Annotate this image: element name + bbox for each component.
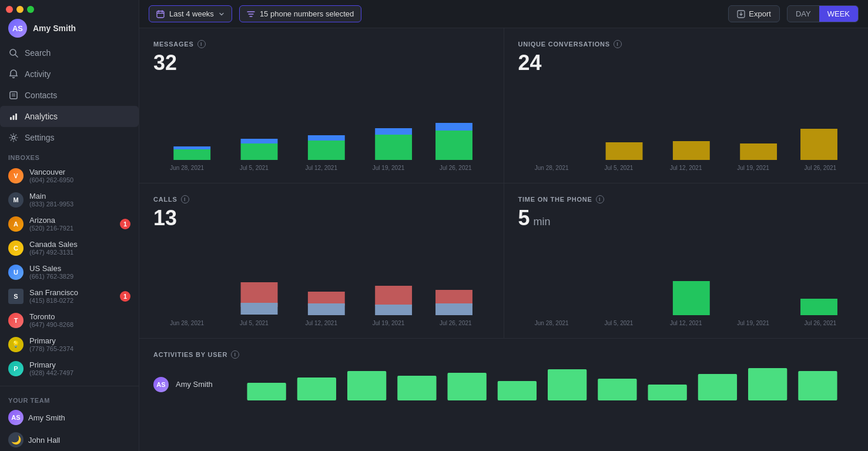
sidebar-item-activity[interactable]: Activity [0, 64, 139, 85]
messages-label-jul5: Jul 5, 2021 [220, 165, 287, 171]
inbox-number-arizona: (520) 216-7921 [29, 225, 114, 232]
bell-icon [8, 69, 19, 79]
your-team-label: Your team [0, 391, 139, 406]
top-bar: Last 4 weeks 15 phone numbers selected E… [139, 0, 868, 28]
analytics-icon [8, 111, 19, 122]
messages-label-jul26: Jul 26, 2021 [422, 165, 489, 171]
search-icon [8, 48, 19, 58]
inbox-arizona[interactable]: A Arizona (520) 216-7921 1 [0, 212, 139, 236]
inbox-toronto[interactable]: T Toronto (647) 490-8268 [0, 308, 139, 332]
export-label: Export [749, 9, 771, 18]
inbox-name-us: US Sales [29, 264, 130, 273]
svg-rect-31 [308, 303, 345, 315]
dashboard: MESSAGES i 32 [139, 28, 868, 451]
date-filter-button[interactable]: Last 4 weeks [149, 5, 232, 22]
sidebar-item-settings-label: Settings [25, 133, 55, 142]
inbox-name-sf: San Francisco [29, 288, 114, 297]
calls-card: CALLS i 13 [139, 183, 504, 338]
svg-rect-16 [241, 143, 278, 160]
svg-rect-32 [375, 286, 412, 306]
export-button[interactable]: Export [728, 5, 780, 22]
svg-rect-49 [798, 371, 837, 400]
inbox-us-sales[interactable]: U US Sales (661) 762-3829 [0, 260, 139, 284]
view-toggle: DAY WEEK [787, 5, 859, 22]
inbox-primary2[interactable]: P Primary (928) 442-7497 [0, 356, 139, 380]
inbox-vancouver[interactable]: V Vancouver (604) 262-6950 [0, 163, 139, 188]
svg-rect-24 [605, 142, 642, 160]
messages-info-icon[interactable]: i [197, 40, 206, 48]
inboxes-label: Inboxes [0, 148, 139, 163]
svg-rect-46 [648, 385, 687, 400]
inbox-avatar-vancouver: V [8, 168, 24, 183]
activity-user-name: Amy Smith [176, 380, 234, 389]
maximize-button[interactable] [27, 6, 34, 13]
time-phone-label-jul19: Jul 19, 2021 [719, 320, 786, 326]
calls-info-icon[interactable]: i [181, 195, 189, 203]
svg-rect-38 [247, 383, 286, 400]
sidebar-item-search[interactable]: Search [0, 42, 139, 64]
inbox-san-francisco[interactable]: S San Francisco (415) 818-0272 1 [0, 284, 139, 308]
inbox-number-primary1: (778) 765-2374 [29, 345, 130, 352]
messages-label-jul12: Jul 12, 2021 [288, 165, 355, 171]
svg-rect-40 [347, 371, 386, 400]
user-section[interactable]: AS Amy Smith [0, 14, 139, 42]
svg-rect-26 [740, 143, 777, 160]
inbox-name-toronto: Toronto [29, 312, 130, 321]
unique-conv-label-jul12: Jul 12, 2021 [652, 165, 719, 171]
calendar-icon [156, 10, 165, 18]
unique-conv-value: 24 [518, 51, 854, 75]
close-button[interactable] [6, 6, 13, 13]
inbox-badge-arizona: 1 [120, 219, 130, 229]
calls-label: CALLS [153, 196, 177, 203]
inbox-main[interactable]: M Main (833) 281-9953 [0, 188, 139, 212]
minimize-button[interactable] [16, 6, 24, 13]
traffic-lights [6, 6, 34, 13]
team-avatar-amy: AS [8, 410, 24, 425]
messages-chart: Jun 28, 2021 Jul 5, 2021 Jul 12, 2021 Ju… [153, 82, 490, 171]
unique-conv-label-jul19: Jul 19, 2021 [719, 165, 786, 171]
messages-card: MESSAGES i 32 [139, 28, 504, 183]
calls-chart-labels: Jun 28, 2021 Jul 5, 2021 Jul 12, 2021 Ju… [153, 320, 490, 326]
team-user-amy[interactable]: AS Amy Smith [0, 406, 139, 429]
time-phone-chart-labels: Jun 28, 2021 Jul 5, 2021 Jul 12, 2021 Ju… [518, 320, 854, 326]
filter-icon [247, 10, 255, 18]
window-controls [0, 0, 139, 12]
calls-chart: Jun 28, 2021 Jul 5, 2021 Jul 12, 2021 Ju… [153, 238, 490, 326]
svg-rect-19 [308, 135, 345, 141]
your-team-section: Your team AS Amy Smith 🌙 John Hall [0, 386, 139, 451]
day-view-button[interactable]: DAY [787, 6, 819, 22]
inbox-primary1[interactable]: 💡 Primary (778) 765-2374 [0, 332, 139, 356]
activities-info-icon[interactable]: i [231, 350, 239, 359]
time-phone-label-jul5: Jul 5, 2021 [585, 320, 652, 326]
time-phone-info-icon[interactable]: i [596, 195, 604, 203]
user-name: Amy Smith [33, 24, 76, 33]
unique-conversations-card: UNIQUE CONVERSATIONS i 24 Jun 28, 20 [504, 28, 869, 183]
svg-rect-43 [498, 381, 537, 400]
sidebar-item-contacts[interactable]: Contacts [0, 85, 139, 106]
svg-rect-2 [10, 92, 17, 99]
svg-rect-23 [435, 123, 472, 131]
week-view-button[interactable]: WEEK [819, 6, 858, 22]
inbox-avatar-primary2: P [8, 361, 24, 376]
inbox-canada-sales[interactable]: C Canada Sales (647) 492-3131 [0, 236, 139, 260]
date-filter-label: Last 4 weeks [169, 9, 214, 18]
svg-rect-42 [447, 373, 486, 400]
svg-rect-29 [241, 303, 278, 315]
inbox-number-us: (661) 762-3829 [29, 273, 130, 280]
svg-rect-17 [241, 139, 278, 143]
activity-bars-container [242, 368, 854, 400]
calls-label-jun28: Jun 28, 2021 [153, 320, 220, 326]
team-user-john[interactable]: 🌙 John Hall [0, 429, 139, 451]
messages-label-jul19: Jul 19, 2021 [355, 165, 422, 171]
team-user-name-amy: Amy Smith [28, 413, 65, 422]
inbox-number-primary2: (928) 442-7497 [29, 369, 130, 376]
activities-label: ACTIVITIES BY USER [153, 351, 227, 358]
sidebar-item-analytics[interactable]: Analytics [0, 106, 139, 127]
messages-chart-labels: Jun 28, 2021 Jul 5, 2021 Jul 12, 2021 Ju… [153, 165, 490, 171]
inbox-avatar-us: U [8, 265, 24, 280]
inbox-name-main: Main [29, 192, 130, 201]
calls-chart-svg [153, 269, 490, 316]
unique-conv-info-icon[interactable]: i [614, 40, 622, 48]
phone-filter-button[interactable]: 15 phone numbers selected [239, 5, 361, 22]
sidebar-item-settings[interactable]: Settings [0, 127, 139, 148]
